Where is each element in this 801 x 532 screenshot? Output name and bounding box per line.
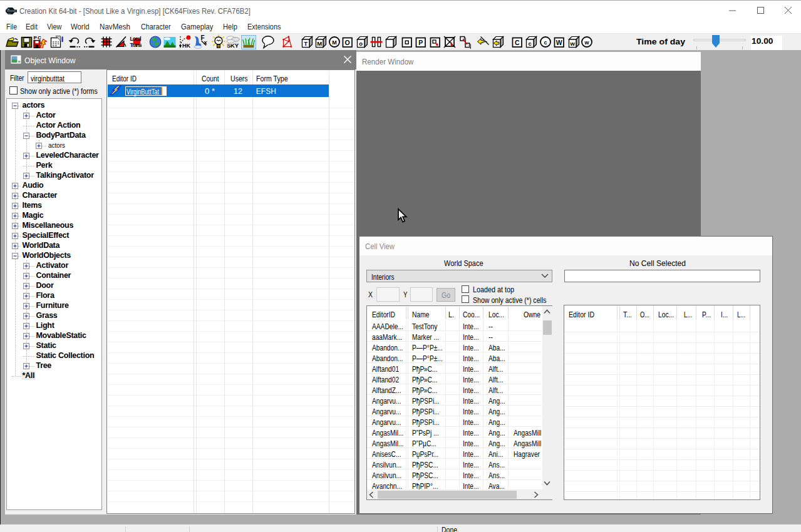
svg-text:w: w: [584, 39, 589, 46]
svg-text:HK: HK: [182, 43, 190, 49]
svg-text:c: c: [529, 40, 532, 47]
svg-text:P: P: [418, 39, 423, 46]
svg-text:c: c: [544, 39, 547, 46]
svg-text:o: o: [359, 40, 363, 47]
svg-text:Trans: Trans: [130, 42, 142, 48]
svg-text:M: M: [317, 40, 322, 47]
svg-text:w: w: [570, 40, 576, 47]
svg-text:W: W: [556, 39, 562, 46]
svg-text:C: C: [515, 39, 520, 46]
svg-text:Local: Local: [130, 36, 142, 42]
svg-text:O: O: [345, 39, 350, 46]
svg-text:M: M: [332, 39, 337, 46]
svg-text:T: T: [304, 40, 307, 47]
